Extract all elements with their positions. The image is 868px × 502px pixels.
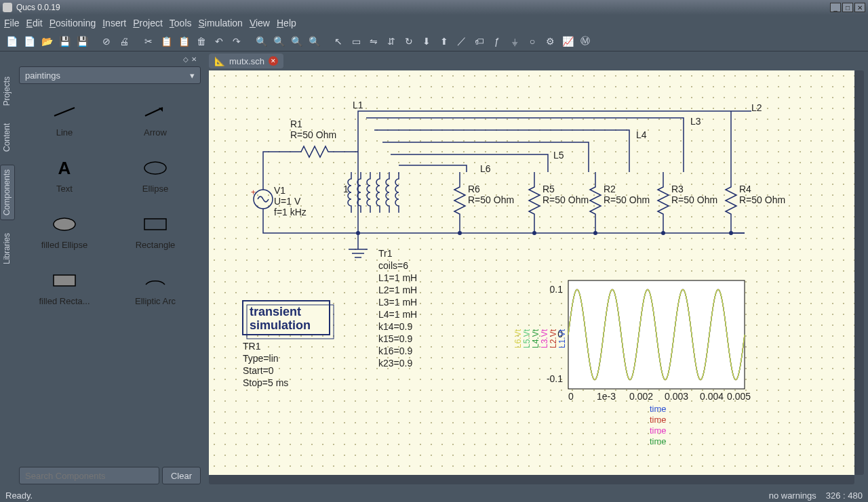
close-file-icon[interactable]: ⊘ [99,34,114,49]
minimize-button[interactable]: _ [830,3,841,12]
copy-icon[interactable]: 📋 [159,34,174,49]
new-icon[interactable]: 📄 [4,34,19,49]
label-icon[interactable]: 🏷 [472,34,487,49]
palette-arrow[interactable]: Arrow [110,93,201,150]
svg-point-3 [144,162,166,174]
svg-text:R=50 Ohm: R=50 Ohm [671,194,717,205]
app-icon [3,3,12,12]
paste-icon[interactable]: 📋 [176,34,191,49]
select-icon[interactable]: ↖ [331,34,346,49]
redo-icon[interactable]: ↷ [229,34,244,49]
open-icon[interactable]: 📂 [39,34,54,49]
menu-view[interactable]: View [250,18,270,28]
svg-text:time: time [650,404,667,414]
side-tab-projects[interactable]: Projects [0,72,15,110]
svg-point-33 [532,231,536,235]
tab-mutx[interactable]: 📐 mutx.sch ✕ [209,54,283,68]
close-button[interactable]: ✕ [854,3,865,12]
filled-ellipse-icon [51,214,78,234]
svg-text:TR1: TR1 [243,341,261,352]
menu-positioning[interactable]: Positioning [50,18,96,28]
wire-icon[interactable]: ／ [454,34,469,49]
move-down-icon[interactable]: ⬇ [419,34,434,49]
sim-box[interactable]: transient simulation TR1 Type=lin Start=… [243,301,334,388]
side-tab-components[interactable]: Components [0,165,15,220]
svg-text:L2=1 mH: L2=1 mH [378,285,417,295]
panel-undock-icon[interactable]: ◇ [183,56,189,66]
menu-file[interactable]: File [4,18,20,28]
move-up-icon[interactable]: ⬆ [437,34,452,49]
svg-text:k23=0.9: k23=0.9 [378,358,412,369]
palette-text[interactable]: A Text [19,150,110,206]
palette-filled-ellipse[interactable]: filled Ellipse [19,206,110,262]
port-icon[interactable]: ○ [525,34,540,49]
svg-text:0.1: 0.1 [550,284,564,295]
menu-insert[interactable]: Insert [102,18,126,28]
palette-ellipse[interactable]: Ellipse [110,150,201,206]
menu-edit[interactable]: Edit [26,18,43,28]
svg-text:+: + [251,188,256,197]
print-icon[interactable]: 🖨 [117,34,132,49]
svg-text:0.005: 0.005 [727,391,751,402]
zoom-out-icon[interactable]: 🔍 [307,34,321,49]
svg-line-0 [54,108,75,116]
insert-component-icon[interactable]: ▭ [349,34,363,49]
cut-icon[interactable]: ✂ [141,34,156,49]
delete-icon[interactable]: 🗑 [194,34,209,49]
svg-text:L5: L5 [553,150,564,161]
svg-text:coils=6: coils=6 [378,260,408,271]
menu-help[interactable]: Help [277,18,296,28]
equation-icon[interactable]: ƒ [490,34,505,49]
palette-rectangle[interactable]: Rectangle [110,206,201,262]
svg-text:k14=0.9: k14=0.9 [378,321,412,332]
window-title: Qucs 0.0.19 [16,3,60,12]
rotate-icon[interactable]: ↻ [401,34,416,49]
zoom-fit-icon[interactable]: 🔍 [254,34,269,49]
simulate-icon[interactable]: ⚙ [542,34,557,49]
menubar: File Edit Positioning Insert Project Too… [0,15,868,31]
menu-tools[interactable]: Tools [170,18,192,28]
new-doc-icon[interactable]: 📄 [22,34,37,49]
svg-text:time: time [650,425,667,436]
document-tabs: 📐 mutx.sch ✕ [205,51,868,70]
schematic-canvas[interactable]: V1 U=1 V f=1 kHz + R1 R=50 Ohm [209,70,854,475]
menu-project[interactable]: Project [133,18,163,28]
horizontal-scrollbar[interactable] [209,475,854,484]
mirror-v-icon[interactable]: ⇵ [384,34,399,49]
results-icon[interactable]: 📈 [560,34,575,49]
svg-rect-6 [54,275,75,286]
status-coords: 326 : 480 [826,490,863,501]
side-tab-content[interactable]: Content [0,119,15,156]
svg-text:R5: R5 [542,184,555,194]
zoom-in-icon[interactable]: 🔍 [289,34,304,49]
misc-icon[interactable]: Ⓜ [578,34,593,49]
undo-icon[interactable]: ↶ [212,34,226,49]
clear-button[interactable]: Clear [162,467,201,484]
svg-text:L1.Vt: L1.Vt [557,329,567,348]
vertical-scrollbar[interactable] [854,70,864,475]
save-all-icon[interactable]: 💾 [75,34,90,49]
menu-simulation[interactable]: Simulation [199,18,243,28]
save-icon[interactable]: 💾 [57,34,72,49]
svg-text:0.002: 0.002 [629,391,653,402]
svg-text:R=50 Ohm: R=50 Ohm [604,194,650,205]
panel-close-icon[interactable]: ✕ [191,56,197,66]
side-tab-libraries[interactable]: Libraries [0,228,15,269]
category-dropdown[interactable]: paintings [19,66,201,84]
palette-filled-rectangle[interactable]: filled Recta... [19,262,110,318]
zoom-actual-icon[interactable]: 🔍 [271,34,286,49]
rectangle-icon [142,214,169,234]
svg-text:R=50 Ohm: R=50 Ohm [468,194,514,205]
ground-icon[interactable]: ⏚ [507,34,522,49]
svg-point-35 [661,231,665,235]
palette-elliptic-arc[interactable]: Elliptic Arc [110,262,201,318]
workarea: 📐 mutx.sch ✕ V1 U=1 V f=1 kHz + [205,51,868,488]
tab-close-icon[interactable]: ✕ [269,56,278,66]
palette-line[interactable]: Line [19,93,110,150]
svg-text:U=1 V: U=1 V [274,196,301,207]
mirror-h-icon[interactable]: ⇋ [366,34,381,49]
maximize-button[interactable]: □ [842,3,853,12]
plot[interactable]: 0.1 0 -0.1 0 1e-3 0.002 0.003 0.004 0.00… [547,280,751,446]
search-input[interactable] [19,467,159,484]
status-warnings: no warnings [769,490,816,501]
